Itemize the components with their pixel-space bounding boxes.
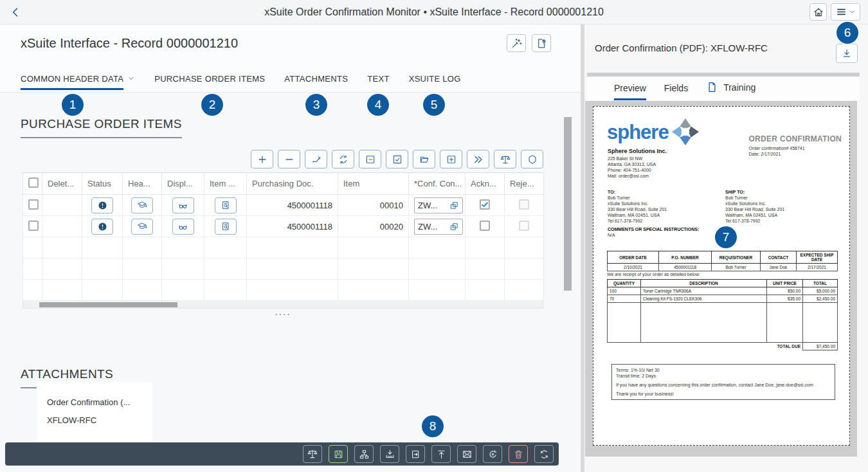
training-document-icon (706, 81, 718, 93)
vertical-scrollbar[interactable] (564, 117, 572, 291)
refresh-button[interactable] (332, 150, 354, 168)
table-header-row: Delet... Status Hea... Displ... Item ...… (23, 173, 544, 195)
forward-box-icon (410, 449, 421, 460)
conf-control-input[interactable]: ZW... (414, 219, 463, 235)
download-tray-icon (384, 449, 395, 460)
header-data-button[interactable] (131, 197, 153, 213)
upload-icon (436, 449, 447, 460)
synchronize-button[interactable] (534, 445, 554, 463)
terms-box: Terms: 1%-10/ Net 30 Transit time: 2 Day… (611, 364, 835, 400)
object-header: xSuite Interface - Record 0000001210 (0, 24, 581, 74)
conf-number: Order confirmation# 458741 (748, 145, 842, 151)
col-conf: *Conf. Con... (409, 173, 466, 195)
tab-preview[interactable]: Preview (614, 83, 646, 100)
row-checkbox[interactable] (28, 199, 39, 210)
tab-common-header-data[interactable]: COMMON HEADER DATA (21, 74, 135, 92)
callout-badge-4: 4 (367, 94, 389, 116)
empty-row (23, 280, 544, 301)
save-button[interactable] (329, 445, 348, 463)
total-value: $7,450.00 (803, 343, 838, 350)
branch-button[interactable] (305, 150, 327, 168)
item-cell: 00010 (338, 195, 409, 216)
item-detail-button[interactable] (215, 219, 237, 235)
expand-group-button[interactable] (440, 150, 462, 168)
value-help-icon[interactable] (449, 222, 459, 231)
fast-forward-button[interactable] (467, 150, 489, 168)
comments-block: COMMENTS OR SPECIAL INSTRUCTIONS: N/A (608, 226, 699, 238)
attachment-title: Order Confirmation (... (47, 397, 142, 407)
archive-button[interactable] (413, 150, 435, 168)
download-icon (841, 48, 853, 59)
document-search-icon (221, 221, 231, 231)
acknowledged-checkbox[interactable] (480, 199, 490, 210)
value-help-icon[interactable] (449, 201, 459, 210)
callout-badge-2: 2 (201, 94, 223, 116)
home-icon (813, 6, 824, 18)
attachment-subtitle: XFLOW-RFC (47, 415, 142, 425)
pin-document-icon (536, 37, 548, 50)
tab-purchase-order-items[interactable]: PURCHASE ORDER ITEMS (154, 74, 265, 92)
tab-xsuite-log[interactable]: XSUITE LOG (409, 74, 461, 92)
display-button[interactable] (172, 197, 194, 213)
status-button[interactable] (91, 219, 113, 235)
tab-attachments[interactable]: ATTACHMENTS (284, 74, 348, 92)
chevron-down-icon (849, 8, 856, 15)
table-row: 4500001118 00020 ZW... (23, 216, 544, 237)
pin-button[interactable] (532, 34, 551, 52)
back-button[interactable] (6, 4, 24, 21)
tab-text[interactable]: TEXT (367, 74, 389, 92)
copy-record-button[interactable] (406, 445, 425, 463)
select-all-button[interactable] (386, 150, 408, 168)
col-item-detail: Item ... (204, 173, 247, 195)
callout-badge-5: 5 (423, 94, 445, 116)
expand-box-icon (446, 154, 457, 165)
adapt-ui-button[interactable] (507, 34, 526, 52)
rejected-checkbox (519, 221, 529, 231)
trash-icon (513, 449, 524, 460)
record-tabbar: COMMON HEADER DATA PURCHASE ORDER ITEMS … (0, 74, 581, 93)
scrollbar-thumb[interactable] (39, 302, 177, 307)
header-data-button[interactable] (131, 219, 153, 235)
tab-fields[interactable]: Fields (664, 83, 688, 100)
select-all-checkbox[interactable] (28, 177, 39, 188)
item-detail-button[interactable] (215, 197, 237, 213)
remove-row-button[interactable] (278, 150, 300, 168)
download-pdf-button[interactable] (836, 44, 858, 63)
col-display: Displ... (162, 173, 204, 195)
attachment-card[interactable]: Order Confirmation (... XFLOW-RFC (37, 382, 152, 446)
doc-title: ORDER CONFIRMATION (748, 134, 842, 143)
add-row-button[interactable] (251, 150, 273, 168)
viewer-tabstrip: Preview Fields Training (587, 73, 860, 100)
pdf-panel-title: Order Confirmation (PDF): XFLOW-RFC (595, 42, 858, 53)
tab-training[interactable]: Training (706, 81, 755, 100)
collapse-group-button[interactable] (359, 150, 381, 168)
balance-button[interactable] (303, 445, 322, 463)
checked-box-icon (392, 154, 403, 165)
hierarchy-button[interactable] (354, 445, 374, 463)
conf-control-input[interactable]: ZW... (414, 197, 463, 213)
table-resize-grip[interactable]: .... (23, 309, 543, 318)
revert-button[interactable] (483, 445, 502, 463)
row-checkbox[interactable] (28, 221, 39, 231)
col-ackn: Ackn... (466, 173, 505, 195)
download-button[interactable] (380, 445, 399, 463)
acknowledged-checkbox[interactable] (480, 221, 490, 231)
home-button[interactable] (809, 3, 827, 21)
collapse-box-icon (365, 154, 376, 165)
display-button[interactable] (172, 219, 194, 235)
revert-cancel-icon (487, 449, 498, 460)
menu-button[interactable] (831, 3, 860, 21)
compare-button[interactable] (494, 150, 516, 168)
product-button[interactable] (521, 150, 543, 168)
email-button[interactable] (457, 445, 476, 463)
upload-button[interactable] (431, 445, 451, 463)
col-delete: Delet... (42, 173, 82, 195)
status-exclamation-icon (97, 221, 108, 232)
chevron-down-icon (127, 75, 135, 82)
delete-button[interactable] (509, 445, 528, 463)
item-row: 100 Toner Cartridge TNR306A $50.00 $5,00… (608, 287, 838, 295)
doc-date: Date: 2/17/2021 (748, 151, 842, 157)
col-status: Status (82, 173, 123, 195)
status-button[interactable] (91, 197, 113, 213)
horizontal-scrollbar[interactable] (23, 301, 543, 309)
